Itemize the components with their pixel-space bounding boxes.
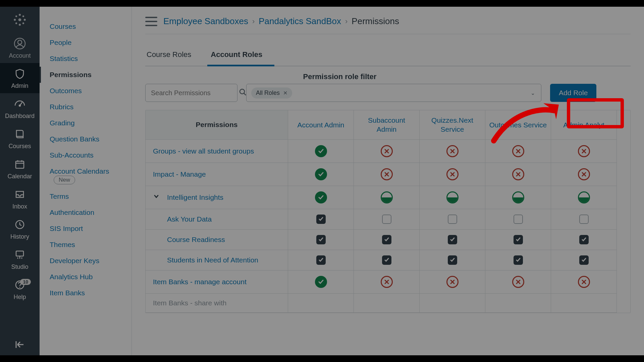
crumb-account[interactable]: Pandalytics SandBox — [259, 16, 341, 26]
crumb-root[interactable]: Employee Sandboxes — [163, 16, 248, 26]
perm-checkbox-checked[interactable] — [579, 235, 589, 244]
perm-checkbox-checked[interactable] — [382, 255, 391, 265]
col-header-role[interactable]: Subaccount Admin — [354, 110, 420, 140]
subnav-item-permissions[interactable]: Permissions — [40, 67, 131, 83]
tab-course-roles[interactable]: Course Roles — [145, 44, 193, 66]
perm-cell — [420, 270, 485, 294]
perm-checkbox-unchecked[interactable] — [579, 215, 589, 224]
nav-help[interactable]: 10 Help — [0, 274, 40, 304]
perm-checkbox-checked[interactable] — [382, 235, 391, 244]
nav-admin[interactable]: Admin — [0, 63, 40, 93]
perm-toggle-disabled[interactable] — [578, 276, 590, 288]
canvas-logo-icon — [13, 13, 26, 26]
perm-row-name[interactable]: Impact - Manage — [146, 163, 288, 186]
add-role-button[interactable]: Add Role — [550, 84, 596, 102]
nav-history-label: History — [10, 233, 29, 240]
col-header-role[interactable]: Account Admin — [288, 110, 354, 140]
search-permissions[interactable] — [145, 84, 237, 102]
perm-row-name[interactable]: Ask Your Data — [146, 209, 288, 230]
perm-row-name[interactable]: Item Banks - manage account — [146, 270, 288, 294]
perm-checkbox-unchecked[interactable] — [448, 215, 457, 224]
perm-cell — [354, 230, 420, 250]
nav-dashboard[interactable]: Dashboard — [0, 93, 40, 123]
perm-cell — [354, 163, 420, 186]
perm-toggle-partial[interactable] — [512, 191, 524, 203]
tab-account-roles[interactable]: Account Roles — [209, 44, 264, 66]
perm-row-name[interactable]: Students in Need of Attention — [146, 250, 288, 270]
perm-toggle-disabled[interactable] — [512, 168, 524, 180]
col-header-role[interactable]: Quizzes.Next Service — [420, 110, 485, 140]
subnav-item-developer-keys[interactable]: Developer Keys — [40, 253, 131, 269]
perm-row-name[interactable]: Course Readiness — [146, 230, 288, 250]
account-subnav: CoursesPeopleStatisticsPermissionsOutcom… — [40, 7, 132, 355]
subnav-item-sis-import[interactable]: SIS Import — [40, 221, 131, 237]
nav-studio[interactable]: Studio — [0, 244, 40, 274]
subnav-item-rubrics[interactable]: Rubrics — [40, 99, 131, 115]
nav-history[interactable]: History — [0, 214, 40, 244]
perm-toggle-enabled[interactable] — [315, 191, 327, 203]
perm-toggle-partial[interactable] — [381, 191, 393, 203]
perm-checkbox-checked[interactable] — [579, 255, 589, 265]
nav-inbox[interactable]: Inbox — [0, 184, 40, 214]
subnav-item-authentication[interactable]: Authentication — [40, 204, 131, 221]
perm-cell — [551, 250, 617, 270]
subnav-item-analytics-hub[interactable]: Analytics Hub — [40, 269, 131, 285]
perm-toggle-disabled[interactable] — [381, 276, 393, 288]
perm-checkbox-checked[interactable] — [316, 235, 326, 244]
subnav-item-statistics[interactable]: Statistics — [40, 51, 131, 67]
subnav-item-grading[interactable]: Grading — [40, 115, 131, 131]
perm-toggle-disabled[interactable] — [381, 168, 393, 180]
subnav-item-sub-accounts[interactable]: Sub-Accounts — [40, 147, 131, 163]
perm-checkbox-checked[interactable] — [514, 255, 523, 265]
perm-toggle-partial[interactable] — [578, 191, 590, 203]
subnav-item-people[interactable]: People — [40, 35, 131, 51]
role-filter-select[interactable]: All Roles ✕ ⌄ — [246, 84, 541, 102]
perm-checkbox-unchecked[interactable] — [382, 215, 391, 224]
perm-checkbox-unchecked[interactable] — [514, 215, 523, 224]
subnav-item-question-banks[interactable]: Question Banks — [40, 131, 131, 147]
search-input[interactable] — [151, 89, 236, 97]
perm-toggle-disabled[interactable] — [446, 168, 459, 180]
nav-logo[interactable] — [0, 7, 40, 33]
perm-toggle-enabled[interactable] — [315, 145, 327, 157]
subnav-item-themes[interactable]: Themes — [40, 237, 131, 253]
subnav-item-terms[interactable]: Terms — [40, 188, 131, 204]
perm-row-name[interactable]: Item Banks - share with — [146, 294, 288, 313]
hamburger-button[interactable] — [145, 17, 157, 26]
col-header-role[interactable]: Admin Analyt — [551, 110, 617, 140]
perm-toggle-disabled[interactable] — [446, 276, 459, 288]
perm-toggle-enabled[interactable] — [315, 276, 327, 288]
subnav-item-item-banks[interactable]: Item Banks — [40, 285, 131, 301]
perm-row-name[interactable]: Groups - view all student groups — [146, 140, 288, 163]
perm-checkbox-checked[interactable] — [448, 255, 457, 265]
main-content: Employee Sandboxes › Pandalytics SandBox… — [132, 7, 644, 355]
perm-checkbox-checked[interactable] — [316, 215, 326, 224]
subnav-item-outcomes[interactable]: Outcomes — [40, 83, 131, 99]
perm-cell — [420, 250, 485, 270]
perm-toggle-disabled[interactable] — [381, 145, 393, 157]
nav-calendar-label: Calendar — [7, 173, 32, 180]
col-header-role[interactable]: Outcomes Service — [485, 110, 551, 140]
perm-toggle-disabled[interactable] — [512, 145, 524, 157]
perm-toggle-partial[interactable] — [446, 191, 459, 203]
nav-courses[interactable]: Courses — [0, 123, 40, 154]
filter-chip-all-roles[interactable]: All Roles ✕ — [251, 87, 292, 99]
perm-toggle-disabled[interactable] — [578, 145, 590, 157]
nav-inbox-label: Inbox — [12, 203, 27, 210]
perm-toggle-disabled[interactable] — [446, 145, 459, 157]
subnav-item-courses[interactable]: Courses — [40, 18, 131, 35]
perm-cell — [551, 209, 617, 230]
subnav-item-account-calendars[interactable]: Account CalendarsNew — [40, 163, 131, 188]
perm-checkbox-checked[interactable] — [448, 235, 457, 244]
chevron-down-icon[interactable] — [153, 193, 160, 201]
nav-account[interactable]: Account — [0, 33, 40, 63]
perm-toggle-disabled[interactable] — [578, 168, 590, 180]
chip-remove-icon[interactable]: ✕ — [283, 90, 287, 96]
perm-toggle-enabled[interactable] — [315, 168, 327, 180]
perm-row-name[interactable]: Intelligent Insights — [146, 186, 288, 209]
nav-calendar[interactable]: Calendar — [0, 154, 40, 184]
perm-checkbox-checked[interactable] — [514, 235, 523, 244]
perm-checkbox-checked[interactable] — [316, 255, 326, 265]
perm-toggle-disabled[interactable] — [512, 276, 524, 288]
nav-collapse[interactable] — [0, 335, 40, 355]
